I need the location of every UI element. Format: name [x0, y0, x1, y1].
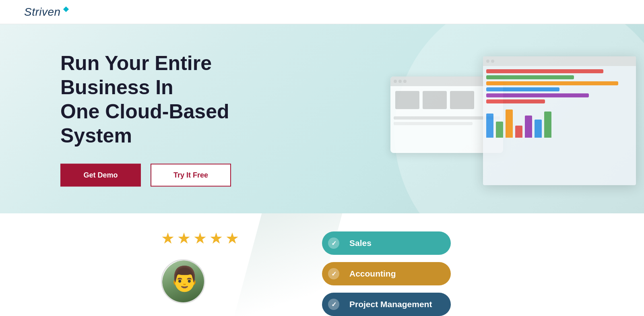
star-1: ★ [161, 229, 175, 247]
accounting-label: Accounting [345, 269, 451, 279]
dot3 [403, 80, 407, 83]
lower-section: ★ ★ ★ ★ ★ "Striven has it all! It's such… [0, 213, 644, 316]
feature-pill-project[interactable]: ✓ Project Management [322, 293, 451, 316]
hero-title: Run Your Entire Business In One Cloud-Ba… [60, 51, 302, 148]
avatar-image [162, 260, 205, 304]
hero-section: Run Your Entire Business In One Cloud-Ba… [0, 24, 644, 213]
accounting-check-icon: ✓ [328, 268, 339, 279]
hero-image-area [282, 24, 644, 213]
chart-bar-1 [486, 114, 493, 138]
star-4: ★ [209, 229, 223, 247]
logo-text: Striven [24, 6, 61, 19]
feature-pill-sales[interactable]: ✓ Sales [322, 231, 451, 255]
project-check-icon: ✓ [328, 299, 339, 310]
sales-label: Sales [345, 238, 451, 248]
project-label: Project Management [345, 299, 451, 309]
features-area: ✓ Sales ✓ Accounting ✓ Project Managemen… [282, 213, 644, 316]
hero-title-line2: One Cloud-Based System [60, 100, 229, 147]
chart-bar-7 [544, 112, 551, 138]
header: Striven [0, 0, 644, 24]
feature-pill-accounting[interactable]: ✓ Accounting [322, 262, 451, 285]
hero-content: Run Your Entire Business In One Cloud-Ba… [60, 51, 302, 187]
d-dot1 [486, 60, 489, 63]
dashboard-bar [483, 56, 636, 66]
avatar [161, 259, 205, 304]
hero-buttons: Get Demo Try It Free [60, 164, 302, 187]
chart-area [483, 109, 636, 141]
d-dot2 [491, 60, 494, 63]
dot1 [394, 80, 397, 83]
star-2: ★ [177, 229, 191, 247]
try-it-free-button[interactable]: Try It Free [151, 164, 231, 187]
stars-row: ★ ★ ★ ★ ★ [161, 229, 239, 247]
project-icon-area: ✓ [322, 293, 345, 316]
dot2 [398, 80, 402, 83]
sales-icon-area: ✓ [322, 231, 345, 255]
chart-bar-3 [506, 109, 513, 138]
chart-bar-4 [515, 126, 522, 138]
screen-placeholder-3 [450, 91, 474, 109]
screen-row-2 [394, 122, 473, 125]
star-3: ★ [193, 229, 207, 247]
star-5: ★ [225, 229, 239, 247]
logo-diamond-icon [63, 6, 69, 12]
screen-placeholder-1 [395, 91, 419, 109]
screen-placeholder-2 [423, 91, 447, 109]
sales-check-icon: ✓ [328, 238, 339, 249]
get-demo-button[interactable]: Get Demo [60, 164, 141, 187]
dashboard-screen [483, 56, 636, 185]
logo[interactable]: Striven [24, 6, 68, 19]
accounting-icon-area: ✓ [322, 262, 345, 285]
testimonial-area: ★ ★ ★ ★ ★ "Striven has it all! It's such… [0, 213, 282, 316]
chart-bar-5 [525, 116, 532, 138]
chart-bar-2 [496, 122, 503, 138]
chart-bar-6 [535, 120, 542, 138]
hero-title-line1: Run Your Entire Business In [60, 52, 212, 99]
